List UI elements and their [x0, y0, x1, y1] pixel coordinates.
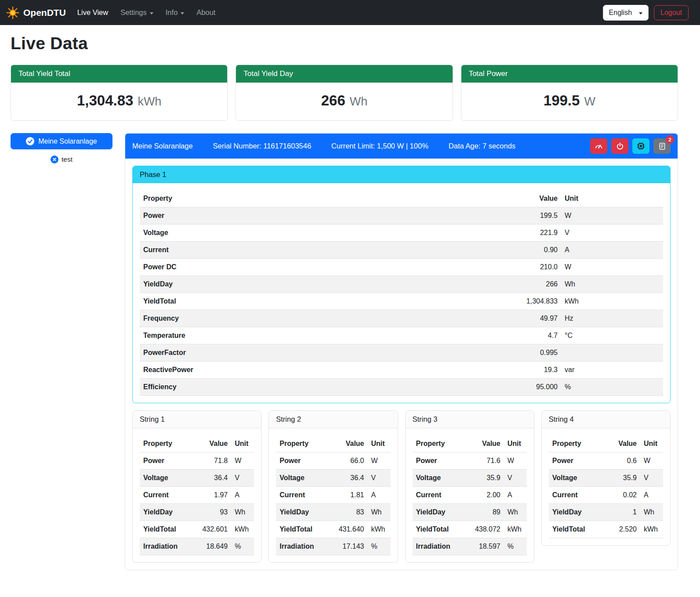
- table-header-row: Property Value Unit: [276, 435, 390, 452]
- inverter-select-active[interactable]: Meine Solaranlage: [11, 133, 112, 149]
- card-title: Total Yield Day: [236, 65, 452, 83]
- row-value: 0.6: [602, 452, 640, 470]
- row-unit: Wh: [561, 276, 663, 293]
- row-unit: %: [368, 538, 391, 555]
- row-property: YieldTotal: [549, 521, 602, 538]
- row-value: 266: [392, 276, 561, 293]
- row-unit: %: [561, 379, 663, 396]
- nav-item-info-label: Info: [166, 8, 178, 17]
- string-2-table: Property Value Unit Power66.0WVoltage36.…: [276, 435, 390, 555]
- row-unit: var: [561, 362, 663, 379]
- row-unit: kWh: [231, 521, 254, 538]
- content-layout: Meine Solaranlage test Meine Solaranlage…: [11, 133, 678, 570]
- row-unit: °C: [561, 327, 663, 344]
- row-unit: A: [504, 487, 527, 504]
- row-value: 36.4: [329, 470, 368, 487]
- table-header-row: Property Value Unit: [413, 435, 527, 452]
- table-row: Voltage36.4V: [140, 470, 254, 487]
- device-info-button[interactable]: [632, 138, 649, 154]
- row-value: 438.072: [465, 521, 504, 538]
- navbar: OpenDTU Live View Settings Info About En…: [0, 0, 700, 25]
- nav-item-info[interactable]: Info: [166, 8, 185, 17]
- row-value: 2.520: [602, 521, 640, 538]
- string-table-wrapper: Property Value Unit Power71.8WVoltage36.…: [133, 428, 261, 562]
- row-property: Power DC: [140, 259, 392, 276]
- nav-item-live-view[interactable]: Live View: [77, 8, 108, 17]
- row-value: 49.97: [392, 310, 561, 327]
- brand[interactable]: OpenDTU: [6, 6, 66, 19]
- row-unit: A: [368, 487, 391, 504]
- row-value: 4.7: [392, 327, 561, 344]
- inverter-name-label: test: [62, 156, 73, 163]
- column-header-unit: Unit: [231, 435, 254, 452]
- table-row: Efficiency95.000%: [140, 379, 663, 396]
- row-value: 18.597: [465, 538, 504, 555]
- phase-table: Property Value Unit Power199.5WVoltage22…: [140, 190, 663, 396]
- row-value: 18.649: [192, 538, 231, 555]
- row-value: 221.9: [392, 224, 561, 242]
- string-4-card: String 4 Property Value Unit: [541, 410, 671, 546]
- page-title: Live Data: [11, 34, 678, 53]
- card-title: Total Yield Total: [11, 65, 227, 83]
- string-1-table: Property Value Unit Power71.8WVoltage36.…: [140, 435, 254, 555]
- table-row: YieldDay266Wh: [140, 276, 663, 293]
- row-value: 71.6: [465, 452, 504, 470]
- row-value: 66.0: [329, 452, 368, 470]
- table-row: Frequency49.97Hz: [140, 310, 663, 327]
- string-1-card: String 1 Property Value Unit: [132, 410, 261, 563]
- row-value: 0.02: [602, 487, 640, 504]
- column-header-property: Property: [276, 435, 329, 452]
- brand-label: OpenDTU: [23, 7, 66, 18]
- navbar-right: English Logout: [603, 5, 689, 21]
- nav-item-about[interactable]: About: [196, 8, 215, 17]
- row-property: Efficiency: [140, 379, 392, 396]
- column-header-value: Value: [192, 435, 231, 452]
- row-property: YieldDay: [549, 504, 602, 521]
- card-value-row: 199.5W: [461, 83, 678, 120]
- card-value-row: 1,304.83kWh: [11, 83, 227, 120]
- column-header-unit: Unit: [561, 190, 663, 207]
- row-unit: V: [504, 470, 527, 487]
- row-value: 36.4: [192, 470, 231, 487]
- logout-button[interactable]: Logout: [654, 5, 689, 20]
- row-property: YieldDay: [413, 504, 465, 521]
- event-log-button[interactable]: 2: [653, 138, 671, 154]
- row-value: 19.3: [392, 362, 561, 379]
- table-row: YieldDay93Wh: [140, 504, 254, 521]
- row-property: Voltage: [140, 470, 192, 487]
- inverter-select-inactive[interactable]: test: [48, 155, 75, 164]
- table-row: Voltage35.9V: [549, 470, 663, 487]
- power-toggle-button[interactable]: [611, 138, 628, 154]
- language-select[interactable]: English: [603, 5, 649, 21]
- row-property: YieldTotal: [413, 521, 465, 538]
- table-row: YieldTotal2.520kWh: [549, 521, 663, 538]
- nav-item-settings[interactable]: Settings: [120, 8, 153, 17]
- row-unit: W: [561, 259, 663, 276]
- total-yield-total-card: Total Yield Total 1,304.83kWh: [11, 65, 228, 121]
- string-table-wrapper: Property Value Unit Power0.6WVoltage35.9…: [542, 428, 670, 545]
- row-value: 35.9: [602, 470, 640, 487]
- row-property: Temperature: [140, 327, 392, 344]
- row-value: 210.0: [392, 259, 561, 276]
- row-value: 0.90: [392, 242, 561, 259]
- row-property: Power: [140, 207, 392, 224]
- serial-number: Serial Number: 116171603546: [213, 142, 312, 150]
- row-value: 1.97: [192, 487, 231, 504]
- data-age: Data Age: 7 seconds: [449, 142, 515, 150]
- journal-list-icon: [658, 142, 666, 150]
- total-power-card: Total Power 199.5W: [461, 65, 678, 121]
- table-row: Power DC210.0W: [140, 259, 663, 276]
- row-value: 431.640: [329, 521, 368, 538]
- chip-icon: [637, 142, 645, 150]
- inverter-panel-header: Meine Solaranlage Serial Number: 1161716…: [125, 134, 678, 159]
- row-unit: Wh: [504, 504, 527, 521]
- table-header-row: Property Value Unit: [549, 435, 663, 452]
- card-unit: W: [584, 95, 595, 108]
- row-value: 199.5: [392, 207, 561, 224]
- total-yield-day-card: Total Yield Day 266Wh: [236, 65, 453, 121]
- row-value: 1.81: [329, 487, 368, 504]
- card-unit: Wh: [350, 95, 368, 108]
- row-unit: V: [231, 470, 254, 487]
- row-unit: W: [640, 452, 663, 470]
- limit-settings-button[interactable]: [590, 138, 607, 154]
